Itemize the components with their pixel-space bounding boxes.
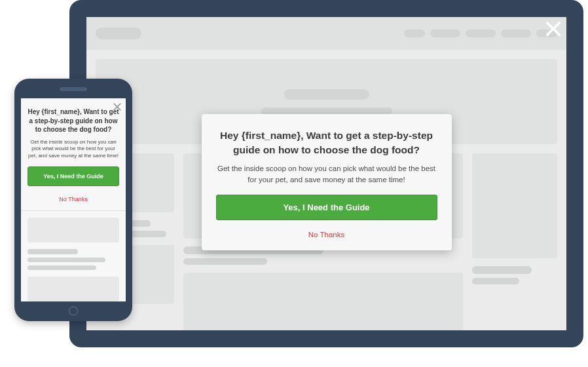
wireframe-card	[28, 218, 119, 242]
wireframe-card	[28, 277, 119, 301]
desktop-device-frame: Hey {first_name}, Want to get a step-by-…	[69, 0, 583, 347]
logo-placeholder	[96, 28, 141, 39]
nav-placeholder	[404, 29, 425, 37]
accept-button[interactable]: Yes, I Need the Guide	[216, 195, 437, 220]
popup-modal-mobile: Hey {first_name}, Want to get a step-by-…	[21, 98, 126, 211]
accept-button[interactable]: Yes, I Need the Guide	[28, 166, 119, 186]
phone-speaker	[60, 87, 87, 91]
phone-content-wireframe	[21, 211, 126, 301]
modal-heading: Hey {first_name}, Want to get a step-by-…	[216, 128, 437, 157]
modal-subtext: Get the inside scoop on how you can pick…	[216, 163, 437, 185]
modal-subtext: Get the inside scoop on how you can pick…	[28, 139, 119, 160]
wireframe-card	[183, 273, 463, 330]
close-icon[interactable]	[113, 102, 122, 111]
popup-modal-desktop: Hey {first_name}, Want to get a step-by-…	[202, 114, 452, 250]
nav-placeholder	[501, 29, 531, 37]
modal-heading: Hey {first_name}, Want to get a step-by-…	[28, 107, 119, 134]
desktop-header-wireframe	[86, 17, 566, 50]
phone-screen: Hey {first_name}, Want to get a step-by-…	[21, 98, 126, 301]
nav-placeholder	[466, 29, 496, 37]
close-icon[interactable]	[544, 20, 562, 38]
phone-device-frame: Hey {first_name}, Want to get a step-by-…	[14, 79, 132, 321]
desktop-screen: Hey {first_name}, Want to get a step-by-…	[86, 17, 566, 330]
decline-link[interactable]: No Thanks	[59, 196, 87, 203]
wireframe-card	[472, 153, 557, 258]
decline-link[interactable]: No Thanks	[308, 231, 344, 239]
nav-placeholder	[430, 29, 460, 37]
phone-home-button	[69, 306, 79, 316]
